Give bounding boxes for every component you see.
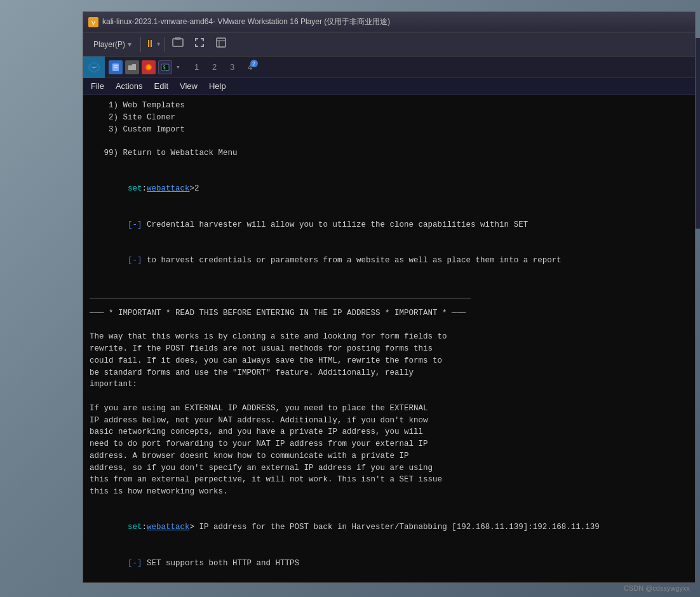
menu-line-1: 1) Web Templates	[90, 100, 689, 112]
prompt-set: set	[128, 184, 142, 193]
pause-dropdown[interactable]: ▾	[156, 39, 161, 49]
toolbar-divider-2	[165, 37, 165, 52]
pause-button[interactable]: ⏸ ▾	[145, 38, 161, 50]
tab-numbers: 1 2 3 4 2	[188, 58, 259, 76]
terminal-dropdown-icon[interactable]: ▾	[176, 63, 180, 71]
title-bar: V kali-linux-2023.1-vmware-amd64- VMware…	[83, 12, 695, 32]
svg-rect-4	[217, 38, 225, 47]
menu-line-99: 99) Return to Webattack Menu	[90, 147, 689, 159]
bracket-minus-1: [-]	[128, 220, 142, 229]
tab-bar: $_ ▾ 1 2 3 4 2	[83, 57, 695, 78]
svg-text:V: V	[91, 20, 95, 26]
bracket-line-1: [-] Credential harvester will allow you …	[90, 207, 689, 243]
bracket-line-2: [-] to harvest credentials or parameters…	[90, 243, 689, 278]
http-line: [-] SET supports both HTTP and HTTPS	[90, 546, 689, 581]
tab-icon-terminal[interactable]: $_	[158, 60, 172, 74]
info-line-9: need to do port forwarding to your NAT I…	[90, 438, 689, 450]
menu-edit[interactable]: Edit	[149, 80, 173, 92]
prompt-line-1: set:webattack>2	[90, 171, 689, 207]
menu-line-3: 3) Custom Import	[90, 124, 689, 136]
http-text: SET supports both HTTP and HTTPS	[142, 559, 300, 568]
ip-prompt-text: > IP address for the POST back in Harves…	[190, 523, 600, 532]
info-line-8: basic networking concepts, and you have …	[90, 426, 689, 438]
blank-4	[90, 319, 689, 332]
dropdown-arrow-icon: ▾	[128, 40, 131, 49]
ip-prompt-colon: :	[142, 523, 147, 532]
ip-prompt-webattack: webattack	[147, 523, 190, 532]
example-line: [-] Example: http://www.thisisafakesite.…	[90, 581, 689, 582]
watermark: CSDN @cdssywgyxx	[624, 584, 690, 592]
blank-3	[90, 278, 689, 290]
blank-2	[90, 159, 689, 171]
tab-3[interactable]: 3	[224, 58, 241, 76]
info-line-12: this from an external perpective, it wil…	[90, 474, 689, 486]
window-title: kali-linux-2023.1-vmware-amd64- VMware W…	[102, 17, 690, 27]
vmware-icon: V	[88, 17, 98, 27]
menu-bar: File Actions Edit View Help	[83, 78, 695, 95]
bracket-text-1: Credential harvester will allow you to u…	[142, 220, 528, 229]
info-line-7: IP address below, not your NAT address. …	[90, 415, 689, 427]
menu-actions[interactable]: Actions	[111, 80, 148, 92]
info-line-11: address, so if you don't specify an exte…	[90, 462, 689, 474]
svg-rect-2	[173, 39, 183, 46]
fullscreen-button[interactable]	[191, 35, 208, 53]
svg-text:$_: $_	[163, 65, 169, 70]
info-line-13: this is how networking works.	[90, 486, 689, 498]
info-line-1: The way that this works is by cloning a …	[90, 331, 689, 343]
info-line-10: address. A browser doesnt know how to co…	[90, 450, 689, 462]
prompt-webattack: webattack	[147, 184, 190, 193]
tab-4[interactable]: 4 2	[241, 58, 259, 76]
vmware-window: V kali-linux-2023.1-vmware-amd64- VMware…	[83, 11, 696, 583]
svg-point-11	[147, 65, 151, 69]
terminal-container: $_ ▾ 1 2 3 4 2 File Actions Edit View He…	[83, 57, 695, 582]
tab-icon-firefox[interactable]	[142, 60, 156, 74]
tab-icon-files[interactable]	[109, 60, 123, 74]
menu-line-2: 2) Site Cloner	[90, 112, 689, 124]
player-menu-button[interactable]: Player(P) ▾	[88, 38, 137, 51]
http-bracket: [-]	[128, 559, 142, 568]
prompt-input-1: >2	[190, 184, 199, 193]
kali-icon	[83, 57, 105, 78]
menu-file[interactable]: File	[86, 80, 109, 92]
menu-help[interactable]: Help	[204, 80, 231, 92]
blank-6	[90, 498, 689, 510]
info-line-6: If you are using an EXTERNAL IP ADDRESS,…	[90, 403, 689, 415]
toolbar: Player(P) ▾ ⏸ ▾	[83, 32, 695, 57]
info-line-4: be standard forms and use the "IMPORT" f…	[90, 367, 689, 379]
prompt-colon: :	[142, 184, 147, 193]
blank-1	[90, 135, 689, 147]
info-line-2: rewrite. If the POST fields are not usua…	[90, 343, 689, 355]
ip-prompt-line: set:webattack> IP address for the POST b…	[90, 510, 689, 546]
player-label: Player(P)	[93, 40, 125, 49]
info-line-5: important:	[90, 379, 689, 391]
blank-5	[90, 391, 689, 403]
tab-1[interactable]: 1	[188, 58, 206, 76]
ip-prompt-set: set	[128, 523, 142, 532]
bracket-text-2: to harvest credentials or parameters fro…	[142, 256, 562, 265]
important-line: ——— * IMPORTANT * READ THIS BEFORE ENTER…	[90, 307, 689, 319]
tab-icon-folder[interactable]	[125, 60, 139, 74]
snapshot-button[interactable]	[169, 35, 187, 53]
bracket-minus-2: [-]	[128, 256, 142, 265]
menu-view[interactable]: View	[175, 80, 203, 92]
toolbar-divider-1	[140, 37, 141, 52]
settings-button[interactable]	[212, 35, 230, 53]
tab-icons: $_ ▾	[105, 60, 184, 74]
terminal-content[interactable]: 1) Web Templates 2) Site Cloner 3) Custo…	[83, 95, 695, 582]
tab-4-badge: 2	[250, 60, 258, 67]
separator: ────────────────────────────────────────…	[90, 293, 689, 305]
pause-icon: ⏸	[145, 38, 155, 50]
tab-2[interactable]: 2	[206, 58, 224, 76]
info-line-3: could fail. If it does, you can always s…	[90, 355, 689, 367]
